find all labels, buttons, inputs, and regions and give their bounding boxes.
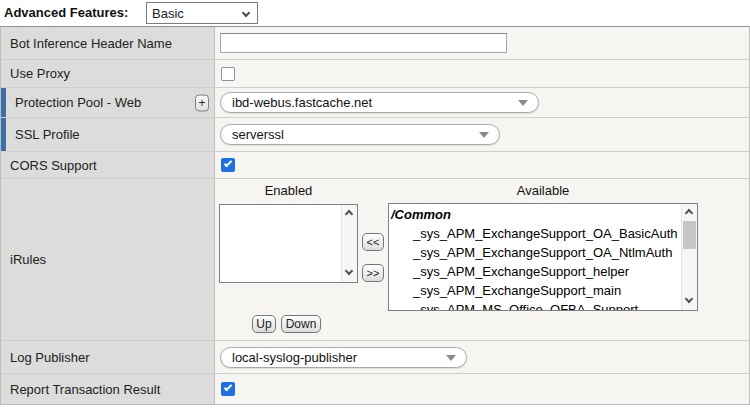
move-down-button[interactable]: Down (281, 315, 321, 333)
ssl-profile-value: serverssl (232, 127, 284, 142)
row-report-transaction-result: Report Transaction Result (1, 374, 749, 404)
row-label-cell: iRules (1, 179, 215, 340)
enabled-irules-listbox[interactable] (219, 204, 358, 283)
available-irules-items: /Common _sys_APM_ExchangeSupport_OA_Basi… (389, 204, 680, 310)
enabled-irules-items (220, 205, 340, 282)
row-value-cell (215, 374, 749, 404)
row-label-cell: Use Proxy (1, 60, 215, 87)
row-ssl-profile: SSL Profile serverssl (1, 118, 749, 152)
advanced-features-panel: Advanced Features: Basic Bot Inference H… (0, 0, 750, 413)
modified-setting-accent-bar (1, 88, 6, 117)
advanced-features-label: Advanced Features: (4, 5, 128, 20)
row-label: Use Proxy (10, 66, 70, 81)
scroll-down-button[interactable] (342, 266, 357, 281)
ssl-profile-dropdown[interactable]: serverssl (220, 124, 500, 145)
chevron-up-icon (345, 210, 353, 218)
row-label: CORS Support (10, 158, 97, 173)
check-icon (224, 159, 232, 167)
row-label-cell: Bot Inference Header Name (1, 27, 215, 59)
row-label: Report Transaction Result (10, 382, 160, 397)
chevron-down-icon (345, 267, 353, 275)
use-proxy-checkbox[interactable] (221, 67, 235, 81)
row-value-cell: ibd-webus.fastcache.net (215, 88, 749, 117)
scroll-up-button[interactable] (342, 206, 357, 221)
available-listbox-scrollbar[interactable] (681, 204, 697, 310)
row-log-publisher: Log Publisher local-syslog-publisher (1, 341, 749, 374)
scroll-up-button[interactable] (682, 205, 697, 220)
list-item[interactable]: _sys_APM_ExchangeSupport_helper (389, 262, 680, 281)
dropdown-arrow-icon (518, 100, 528, 106)
protection-pool-dropdown[interactable]: ibd-webus.fastcache.net (220, 92, 539, 113)
advanced-features-select-value: Basic (152, 6, 184, 21)
row-value-cell (215, 60, 749, 87)
dropdown-arrow-icon (446, 355, 456, 361)
row-irules: iRules Enabled Available << >> /Common (1, 179, 749, 341)
chevron-up-icon (685, 209, 693, 217)
row-label: Bot Inference Header Name (10, 36, 172, 51)
row-value-cell (215, 152, 749, 178)
enabled-list-header: Enabled (219, 183, 358, 198)
protection-pool-value: ibd-webus.fastcache.net (232, 95, 372, 110)
row-label-cell: Log Publisher (1, 341, 215, 373)
row-bot-inference-header-name: Bot Inference Header Name (1, 27, 749, 60)
row-value-cell: local-syslog-publisher (215, 341, 749, 373)
add-pool-button[interactable]: + (195, 94, 209, 111)
list-item[interactable]: _sys_APM_ExchangeSupport_OA_NtlmAuth (389, 243, 680, 262)
log-publisher-value: local-syslog-publisher (232, 350, 357, 365)
row-label: iRules (10, 252, 46, 267)
row-value-cell (215, 27, 749, 59)
bot-inference-header-name-input[interactable] (220, 33, 507, 53)
list-item[interactable]: _sys_APM_ExchangeSupport_main (389, 281, 680, 300)
row-label: Log Publisher (10, 350, 90, 365)
available-list-header: Available (388, 183, 698, 198)
advanced-features-select[interactable]: Basic (146, 2, 258, 24)
row-value-cell: serverssl (215, 118, 749, 151)
row-cors-support: CORS Support (1, 152, 749, 179)
check-icon (224, 383, 232, 391)
scroll-down-button[interactable] (682, 294, 697, 309)
row-protection-pool-web: Protection Pool - Web + ibd-webus.fastca… (1, 88, 749, 118)
header: Advanced Features: Basic (0, 0, 750, 26)
log-publisher-dropdown[interactable]: local-syslog-publisher (220, 347, 467, 368)
move-to-available-button[interactable]: >> (362, 264, 384, 282)
report-transaction-result-checkbox[interactable] (221, 382, 235, 396)
dropdown-arrow-icon (479, 132, 489, 138)
list-item[interactable]: _sys_APM_ExchangeSupport_OA_BasicAuth (389, 224, 680, 243)
row-label-cell: Protection Pool - Web + (1, 88, 215, 117)
row-value-cell: Enabled Available << >> /Common _sys_APM… (215, 179, 749, 340)
chevron-down-icon (242, 9, 250, 17)
move-up-button[interactable]: Up (252, 315, 276, 333)
cors-support-checkbox[interactable] (221, 158, 235, 172)
chevron-down-icon (685, 295, 693, 303)
available-irules-listbox[interactable]: /Common _sys_APM_ExchangeSupport_OA_Basi… (388, 203, 698, 311)
enabled-listbox-scrollbar[interactable] (341, 205, 357, 282)
row-label-cell: Report Transaction Result (1, 374, 215, 404)
row-label-cell: SSL Profile (1, 118, 215, 151)
move-to-enabled-button[interactable]: << (362, 233, 384, 251)
settings-table: Bot Inference Header Name Use Proxy Prot… (0, 26, 750, 405)
row-label: SSL Profile (15, 127, 80, 142)
row-label: Protection Pool - Web (15, 95, 141, 110)
list-item[interactable]: _sys_APM_MS_Office_OFBA_Support (389, 300, 680, 310)
row-label-cell: CORS Support (1, 152, 215, 178)
modified-setting-accent-bar (1, 118, 6, 151)
scrollbar-thumb[interactable] (683, 221, 696, 249)
list-item-partition[interactable]: /Common (389, 205, 680, 224)
row-use-proxy: Use Proxy (1, 60, 749, 88)
